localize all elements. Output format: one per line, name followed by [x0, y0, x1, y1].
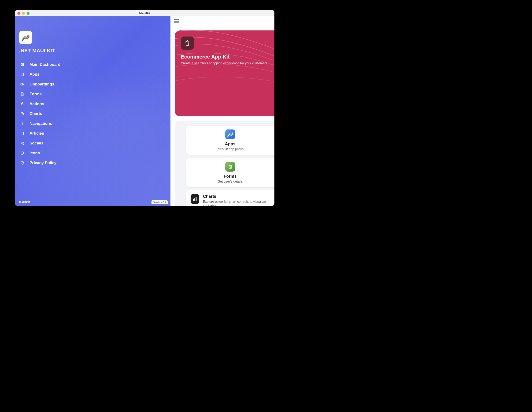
sidebar-brand: MAUIKIT: [19, 201, 31, 204]
feature-card-title: Apps: [225, 142, 236, 147]
svg-rect-6: [21, 83, 22, 85]
feature-card-subtitle: Prebuilt app packs: [217, 147, 244, 151]
svg-rect-7: [23, 84, 24, 85]
sidebar-item-icons[interactable]: Icons: [19, 149, 166, 157]
sidebar-title: .NET MAUI KIT: [19, 48, 166, 53]
hero-ecommerce-card[interactable]: Ecommerce App Kit Create a seamless shop…: [175, 30, 275, 116]
hero-title: Ecommerce App Kit: [181, 54, 268, 60]
svg-rect-1: [21, 63, 22, 64]
feature-card-apps[interactable]: Apps Prebuilt app packs: [186, 126, 275, 155]
svg-rect-17: [193, 199, 194, 201]
feature-card-charts[interactable]: Charts Explore powerfull chart controls …: [186, 190, 275, 206]
hero-subtitle: Create a seamless shopping experience fo…: [181, 61, 268, 65]
svg-rect-4: [21, 65, 22, 66]
forms-icon: [20, 92, 24, 96]
svg-point-15: [22, 153, 23, 153]
sidebar-item-label: Privacy Policy: [29, 160, 57, 165]
sidebar-item-actions[interactable]: Actions: [19, 100, 166, 108]
feature-card-subtitle: Explore powerfull chart controls to visu…: [203, 200, 270, 206]
sidebar-top-strip: [15, 16, 171, 26]
app-logo: [19, 31, 32, 44]
feature-card-subtitle: Get user's details: [218, 179, 243, 183]
sidebar-footer: MAUIKIT Version 2.0: [19, 200, 168, 204]
sidebar: .NET MAUI KIT Main Dashboard Apps: [15, 16, 171, 206]
content: .NET MAUI KIT Main Dashboard Apps: [15, 16, 275, 206]
main-toolbar: [171, 16, 275, 26]
svg-point-14: [21, 153, 22, 153]
sidebar-item-navigations[interactable]: Navigations: [19, 119, 166, 128]
sidebar-item-apps[interactable]: Apps: [19, 70, 166, 79]
svg-point-11: [23, 142, 24, 143]
sidebar-item-label: Socials: [29, 141, 44, 146]
svg-rect-5: [21, 73, 24, 76]
svg-rect-18: [194, 198, 195, 201]
charts-icon: [20, 112, 24, 116]
forms-color-icon: [225, 162, 235, 172]
main-panel: Ecommerce App Kit Create a seamless shop…: [171, 16, 275, 206]
sidebar-item-label: Navigations: [29, 121, 52, 126]
main-scroll[interactable]: Ecommerce App Kit Create a seamless shop…: [171, 26, 275, 206]
feature-cards-container: Apps Prebuilt app packs Forms Get user's…: [175, 121, 275, 206]
version-badge: Version 2.0: [152, 200, 168, 204]
sidebar-item-socials[interactable]: Socials: [19, 139, 166, 148]
sidebar-item-label: Main Dashboard: [29, 62, 60, 67]
feature-card-forms[interactable]: Forms Get user's details: [186, 158, 275, 187]
apps-color-icon: [225, 130, 235, 139]
svg-point-12: [23, 144, 24, 145]
apps-icon: [20, 72, 24, 76]
navigations-icon: [20, 122, 24, 126]
svg-point-0: [27, 35, 28, 37]
svg-rect-3: [22, 64, 24, 66]
svg-point-8: [22, 102, 23, 103]
sidebar-item-label: Icons: [29, 151, 40, 155]
sidebar-item-main-dashboard[interactable]: Main Dashboard: [19, 60, 166, 69]
sidebar-item-articles[interactable]: Articles: [19, 129, 166, 138]
charts-color-icon: [190, 194, 199, 204]
sidebar-item-label: Forms: [29, 92, 42, 96]
sidebar-item-label: Actions: [29, 102, 44, 106]
shopping-bag-icon: [181, 37, 194, 50]
icons-icon: [20, 151, 24, 155]
sidebar-item-label: Charts: [29, 112, 42, 116]
feature-card-title: Charts: [203, 194, 270, 199]
svg-rect-2: [22, 63, 24, 64]
sidebar-item-charts[interactable]: Charts: [19, 110, 166, 118]
sidebar-nav: Main Dashboard Apps Onboardings: [19, 60, 166, 167]
sidebar-item-onboardings[interactable]: Onboardings: [19, 80, 166, 88]
sidebar-item-privacy-policy[interactable]: Privacy Policy: [19, 159, 166, 167]
titlebar: MauiKit: [15, 10, 275, 16]
actions-icon: [20, 102, 24, 106]
articles-icon: [20, 131, 24, 136]
window-title: MauiKit: [15, 11, 275, 15]
socials-icon: [20, 141, 24, 145]
hamburger-menu-button[interactable]: [174, 19, 179, 23]
svg-point-13: [21, 152, 24, 154]
sidebar-item-label: Apps: [29, 72, 39, 77]
onboarding-icon: [20, 82, 24, 86]
svg-point-10: [21, 143, 22, 144]
sidebar-item-forms[interactable]: Forms: [19, 90, 166, 98]
sidebar-item-label: Articles: [29, 131, 44, 136]
sidebar-item-label: Onboardings: [29, 82, 54, 87]
app-window: MauiKit .NET MAUI KIT: [15, 10, 275, 206]
dashboard-icon: [20, 63, 24, 67]
feature-card-title: Forms: [224, 174, 237, 179]
svg-rect-19: [196, 197, 197, 201]
privacy-icon: [20, 161, 24, 165]
